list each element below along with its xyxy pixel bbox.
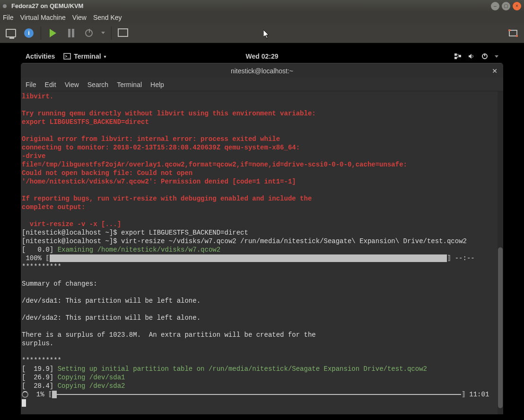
term-line: virt-resize -v -x [...] [22, 220, 121, 228]
separator [111, 26, 112, 40]
term-line: -drive [22, 152, 45, 160]
term-menu-terminal[interactable]: Terminal [117, 81, 142, 88]
term-time: [ 26.9] [22, 374, 58, 381]
terminal-icon: >_ [63, 52, 71, 60]
term-menu-edit[interactable]: Edit [45, 81, 56, 88]
app-indicator-icon [3, 4, 7, 8]
shutdown-button[interactable] [81, 26, 97, 41]
svg-rect-4 [459, 55, 461, 57]
info-icon: i [24, 28, 34, 38]
term-line: file=/tmp/libguestfsf2ojAr/overlay1.qcow… [22, 161, 407, 168]
volume-icon [468, 53, 475, 60]
vm-window-title: Fedora27 on QEMU/KVM [11, 2, 83, 9]
progress-pct: 100% [22, 254, 45, 262]
snapshots-button[interactable] [115, 26, 131, 41]
term-line: connecting to monitor: 2018-02-13T15:28:… [22, 144, 300, 151]
network-icon [454, 53, 462, 60]
term-msg: Examining /home/nitestick/vdisks/w7.qcow… [58, 246, 220, 254]
monitor-icon [6, 29, 16, 37]
term-prompt: [nitestick@localhost ~]$ [22, 229, 121, 236]
term-line: There is a surplus of 1023.8M. An extra … [22, 331, 316, 339]
vm-menubar: File Virtual Machine View Send Key [0, 12, 524, 23]
spinner-icon [22, 391, 28, 398]
term-line: ********** [22, 357, 61, 364]
clock[interactable]: Wed 02:29 [246, 52, 279, 60]
terminal-cursor [22, 399, 26, 407]
details-button[interactable]: i [21, 26, 37, 41]
progress-bar-partial [52, 391, 57, 398]
term-menu-view[interactable]: View [65, 81, 79, 88]
term-menu-search[interactable]: Search [87, 81, 108, 88]
svg-rect-2 [454, 53, 457, 56]
menu-file[interactable]: File [3, 14, 14, 21]
pause-icon [68, 29, 74, 37]
svg-rect-6 [484, 53, 485, 56]
vm-toolbar: i [0, 23, 524, 43]
scrollbar-thumb[interactable] [498, 247, 503, 408]
term-line: '/home/nitestick/vdisks/w7.qcow2': Permi… [22, 178, 296, 185]
term-line: Try running qemu directly without libvir… [22, 110, 316, 117]
term-line: Could not open backing file: Could not o… [22, 169, 192, 177]
term-time: [ 28.4] [22, 382, 58, 390]
caret-down-icon [101, 32, 105, 34]
svg-text:>_: >_ [65, 54, 70, 59]
term-time: [ 19.9] [22, 365, 58, 373]
term-line: /dev/sda2: This partition will be left a… [22, 314, 201, 322]
guest-screen: Activities >_ Terminal ▾ Wed 02:29 nites… [2, 43, 522, 418]
term-line: complete output: [22, 203, 85, 211]
terminal-titlebar[interactable]: nitestick@localhost:~ ✕ [21, 63, 503, 78]
term-line: Summary of changes: [22, 280, 97, 288]
minimize-button[interactable]: – [491, 2, 499, 10]
term-line: export LIBGUESTFS_BACKEND=direct [22, 118, 149, 126]
progress-eta: --:-- [451, 254, 474, 262]
term-line: ********** [22, 263, 61, 271]
gnome-topbar: Activities >_ Terminal ▾ Wed 02:29 [21, 50, 503, 63]
caret-down-icon [495, 55, 498, 58]
power-icon [85, 29, 93, 37]
term-line: /dev/sda1: This partition will be left a… [22, 297, 201, 305]
term-msg: Copying /dev/sda1 [58, 374, 125, 381]
app-menu[interactable]: >_ Terminal ▾ [63, 52, 106, 60]
term-menu-help[interactable]: Help [150, 81, 164, 88]
progress-eta: 11:01 [465, 391, 489, 398]
svg-rect-3 [454, 57, 457, 59]
fullscreen-icon [509, 30, 517, 36]
term-line: Original error from libvirt: internal er… [22, 135, 280, 143]
menu-view[interactable]: View [72, 14, 87, 21]
menu-send-key[interactable]: Send Key [93, 14, 122, 21]
windows-icon [119, 30, 128, 36]
menu-virtual-machine[interactable]: Virtual Machine [20, 14, 66, 21]
shutdown-menu-button[interactable] [99, 26, 107, 41]
term-time: [ 0.0] [22, 246, 58, 254]
term-prompt: [nitestick@localhost ~]$ [22, 237, 121, 245]
term-command: export LIBGUESTFS_BACKEND=direct [121, 229, 248, 236]
progress-bar-full [50, 254, 447, 262]
terminal-menubar: File Edit View Search Terminal Help [21, 78, 503, 91]
term-line: surplus. [22, 340, 53, 347]
play-icon [50, 29, 56, 37]
terminal-scrollbar[interactable] [498, 91, 503, 414]
terminal-title: nitestick@localhost:~ [231, 67, 293, 75]
term-msg: Copying /dev/sda2 [58, 382, 125, 390]
console-button[interactable] [3, 26, 19, 41]
term-menu-file[interactable]: File [26, 81, 36, 88]
activities-button[interactable]: Activities [26, 52, 55, 60]
run-button[interactable] [45, 26, 61, 41]
terminal-body[interactable]: libvirt. Try running qemu directly witho… [21, 91, 503, 414]
vm-window-titlebar: Fedora27 on QEMU/KVM – ▢ × [0, 0, 524, 12]
pause-button[interactable] [63, 26, 79, 41]
term-command: virt-resize ~/vdisks/w7.qcow2 /run/media… [121, 237, 467, 245]
system-tray[interactable] [454, 53, 498, 60]
maximize-button[interactable]: ▢ [502, 2, 510, 10]
term-line: libvirt. [22, 93, 53, 100]
term-msg: Setting up initial partition table on /r… [58, 365, 427, 373]
term-line: If reporting bugs, run virt-resize with … [22, 195, 312, 202]
power-icon [481, 53, 488, 60]
progress-pct: 1% [28, 391, 48, 398]
progress-track [57, 394, 461, 395]
close-button[interactable]: × [513, 2, 521, 10]
separator [41, 26, 41, 40]
terminal-close-button[interactable]: ✕ [490, 66, 499, 76]
terminal-window: nitestick@localhost:~ ✕ File Edit View S… [21, 63, 503, 414]
fullscreen-button[interactable] [505, 26, 521, 41]
